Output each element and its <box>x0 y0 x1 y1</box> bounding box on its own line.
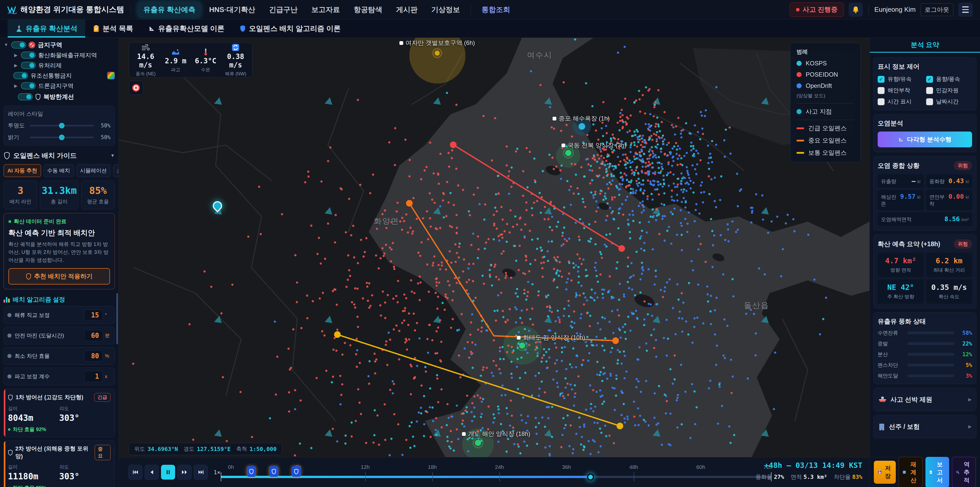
logout-button[interactable]: 로그아웃 <box>920 3 953 16</box>
nav-item-hns[interactable]: HNS·대기확산 <box>204 2 261 18</box>
layer-row-sox-zone[interactable]: ▶ 황산화물배출규제지역 <box>3 50 115 60</box>
layer-row-restricted-zone[interactable]: ▼ 금지구역 <box>3 40 115 50</box>
layer-label: 금지구역 <box>38 41 62 49</box>
skip-start-button[interactable] <box>128 465 142 480</box>
layer-toggle[interactable] <box>21 62 36 69</box>
recommended-plan-card: 확산 데이터 준비 완료 확산 예측 기반 최적 배치안 확산 궤적을 분석하여… <box>3 213 115 289</box>
fence-deploy-marker-1[interactable] <box>247 466 256 477</box>
layer-swatch-button[interactable] <box>107 72 115 80</box>
fence-deploy-marker-2[interactable] <box>269 466 278 477</box>
defense-length: 11180m <box>8 471 59 481</box>
step-back-button[interactable] <box>145 465 159 480</box>
defense-line-card-2[interactable]: 2차 방어선 (외해용 중형 포위망) 중요 길이 11180m 각도 303°… <box>3 441 115 487</box>
map-viewport[interactable]: 여수시 화양면 돌산읍 여자만 갯벌보호구역 (6h) 종포 해수욕장 (1h)… <box>119 38 870 457</box>
checkbox-time[interactable]: ✓ 시간 표시 <box>878 98 924 105</box>
tab-fence-algorithm-theory[interactable]: 오일펜스 배치 알고리즘 이론 <box>232 19 348 38</box>
poi-label-coast-farm[interactable]: 개도 해안 양식장 (18h) <box>462 430 530 438</box>
fast-forward-button[interactable] <box>177 465 191 480</box>
tab-analysis-list[interactable]: 분석 목록 <box>85 19 141 38</box>
caret-right-icon[interactable]: ▶ <box>13 63 18 68</box>
ai-recommend-button[interactable]: AI 자동 추천 <box>3 164 41 177</box>
manual-placement-button[interactable]: 수동 배치 <box>43 164 74 177</box>
poi-label-laver-farm[interactable]: 화태도 김 양식장 (10h) <box>517 334 585 342</box>
nav-item-rescue[interactable]: 긴급구난 <box>263 2 303 18</box>
checkbox-wind[interactable]: ✓ 풍향/풍속 <box>926 75 972 83</box>
nav-item-oil-spill[interactable]: 유출유 확산예측 <box>138 2 201 18</box>
brightness-slider[interactable] <box>30 137 94 138</box>
caret-right-icon[interactable]: ▶ <box>13 83 18 89</box>
time-tick-label: 18h <box>428 464 437 470</box>
timeline-playhead[interactable] <box>587 473 594 481</box>
checkbox-datetime[interactable]: ✓ 날짜시간 <box>926 98 972 105</box>
report-button[interactable]: 보고서 <box>925 457 949 487</box>
thermometer-icon <box>204 48 207 56</box>
defense-line-card-1[interactable]: 1차 방어선 (고강도 차단형) 긴급 길이 8043m 각도 303° 차단 … <box>3 389 115 437</box>
fence-deploy-marker-3[interactable] <box>292 466 301 477</box>
apply-plan-button[interactable]: 추천 배치안 적용하기 <box>8 268 110 284</box>
nav-item-integrated-search[interactable]: 통합조회 <box>476 2 516 18</box>
param-input[interactable]: 80 <box>84 350 103 362</box>
layer-toggle[interactable] <box>18 93 33 101</box>
timeline-track[interactable] <box>221 476 772 478</box>
microscope-icon <box>15 25 22 32</box>
backtrack-button[interactable]: 역추적 <box>952 457 976 487</box>
polygon-analysis-button[interactable]: 다각형 분석수행 <box>878 131 972 147</box>
stat-total-length: 31.3km 총 길이 <box>40 180 78 209</box>
layer-row-nll[interactable]: 북방한계선 <box>3 91 115 103</box>
skip-end-button[interactable] <box>194 465 208 480</box>
layer-toggle[interactable] <box>21 51 36 59</box>
map-canvas[interactable] <box>119 38 870 457</box>
fence-guide-header[interactable]: 오일펜스 배치 가이드 ▼ <box>3 151 115 160</box>
param-min-efficiency: 최소 차단 효율 80 % <box>3 347 115 365</box>
param-input[interactable]: 1 <box>84 371 103 382</box>
nav-item-air-search[interactable]: 항공탐색 <box>348 2 388 18</box>
layer-toggle[interactable] <box>21 82 36 89</box>
poi-label-tidal-flat[interactable]: 여자만 갯벌보호구역 (6h) <box>399 39 475 47</box>
bar-percent: 58% <box>957 330 972 336</box>
tab-model-theory[interactable]: 유출유확산모델 이론 <box>141 19 232 38</box>
caret-down-icon[interactable]: ▼ <box>3 42 9 48</box>
efficiency-dot <box>8 428 11 431</box>
recalculate-button[interactable]: 재계산 <box>899 457 923 487</box>
tab-diffusion-analysis[interactable]: 유출유 확산분석 <box>8 19 85 38</box>
checkbox-shoreline[interactable]: ✓ 해안부착 <box>878 86 924 94</box>
weather-label: 풍속 (NE) <box>130 71 161 77</box>
hamburger-icon <box>962 6 969 7</box>
checkbox-sensitive[interactable]: ✓ 민감자원 <box>926 86 972 94</box>
checkbox-icon: ✓ <box>878 76 885 83</box>
speed-button[interactable]: 1× <box>213 469 221 476</box>
param-dot-icon <box>7 334 11 338</box>
param-current-orthogonal: 해류 직교 보정 15 ° <box>3 306 115 324</box>
simulation-button[interactable]: 시뮬레이션 <box>76 164 111 177</box>
pause-button[interactable] <box>161 465 175 480</box>
layer-toggle[interactable] <box>13 72 28 79</box>
notifications-button[interactable] <box>849 3 863 17</box>
shield-icon <box>240 25 246 32</box>
sidebar-scrollbar[interactable] <box>116 293 118 344</box>
ship-specs-card[interactable]: 사고 선박 제원 ▶ <box>873 388 977 411</box>
owner-insurance-card[interactable]: 선주 / 보험 ▶ <box>873 415 977 438</box>
menu-button[interactable] <box>958 3 973 17</box>
layer-row-drone-ban[interactable]: ▶ 드론금지구역 <box>3 81 115 91</box>
poi-label-beach[interactable]: 종포 해수욕장 (1h) <box>552 114 610 123</box>
caret-right-icon[interactable]: ▶ <box>13 53 18 58</box>
save-button[interactable]: 저장 <box>874 461 896 484</box>
opacity-slider[interactable] <box>30 125 94 126</box>
layer-row-dispersant[interactable]: ▶ 유처리제 <box>3 60 115 70</box>
locate-incident-button[interactable] <box>129 81 143 95</box>
poi-label-abalone-farm[interactable]: 국동 전복 양식장 (3h) <box>562 141 627 149</box>
nav-item-weather[interactable]: 기상정보 <box>426 2 466 18</box>
checkbox-icon: ✓ <box>926 98 933 105</box>
caret-down-icon[interactable]: ▼ <box>110 153 115 158</box>
nav-item-board[interactable]: 게시판 <box>390 2 423 18</box>
param-input[interactable]: 15 <box>84 310 103 321</box>
reset-button[interactable]: 초기화 <box>113 164 119 177</box>
weather-label: 파고 <box>161 67 191 73</box>
weathering-row-coast-reached: 해안도달 3% <box>878 372 972 379</box>
nav-item-reports[interactable]: 보고자료 <box>306 2 345 18</box>
layer-toggle[interactable] <box>11 42 26 48</box>
forecast-summary-card: 확산 예측 요약 (+18h) 위험 4.7 km² 영향 면적 6.2 km … <box>873 235 977 308</box>
param-input[interactable]: 60 <box>84 330 103 341</box>
layer-row-tanker-ban[interactable]: 유조선통행금지 <box>3 70 115 81</box>
checkbox-current[interactable]: ✓ 유향/유속 <box>878 75 924 83</box>
